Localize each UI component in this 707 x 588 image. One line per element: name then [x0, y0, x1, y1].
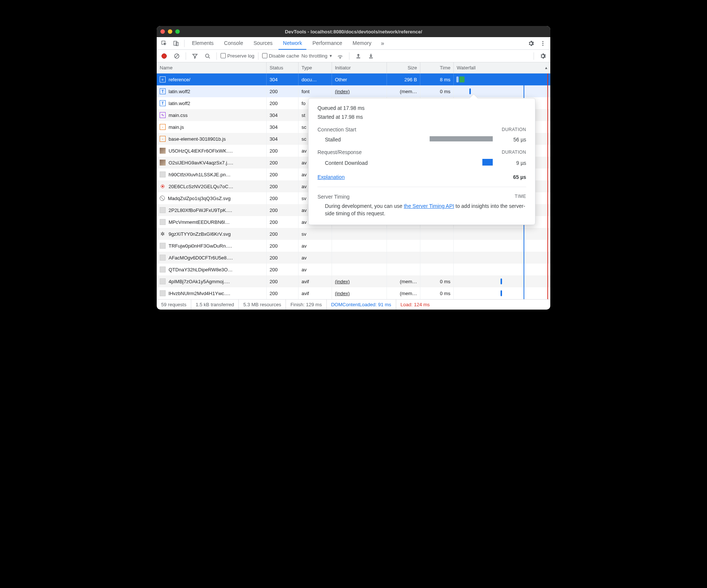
request-row[interactable]: Tlatin.woff2200font(index)(mem…0 ms — [157, 85, 550, 97]
request-size: 296 B — [387, 74, 420, 85]
image-icon — [160, 219, 166, 225]
request-type: av — [299, 240, 332, 252]
script-icon: ◦ — [160, 124, 166, 130]
table-header: Name Status Type Initiator Size Time Wat… — [157, 62, 550, 74]
explanation-row: Explanation 65 µs — [317, 174, 526, 187]
disable-cache-label: Disable cache — [269, 53, 299, 59]
timing-popup: Queued at 17.98 ms Started at 17.98 ms C… — [308, 98, 535, 225]
dom-content-loaded-time: DOMContentLoaded: 91 ms — [327, 300, 396, 310]
request-status: 200 — [267, 145, 299, 157]
request-status: 200 — [267, 264, 299, 275]
record-icon[interactable] — [159, 51, 169, 61]
tab-elements[interactable]: Elements — [188, 37, 218, 50]
connection-start-section: Connection Start DURATION — [317, 127, 526, 133]
request-name: 9gzXiTYY0nZzBxGI6KrV.svg — [169, 231, 231, 237]
image-icon — [160, 243, 166, 249]
titlebar: DevTools - localhost:8080/docs/devtools/… — [157, 26, 550, 37]
request-initiator — [332, 228, 387, 240]
throttling-label: No throttling — [302, 53, 328, 59]
request-initiator — [332, 264, 387, 275]
request-name: TRFujw0pi0nHF3GwDuRn…. — [169, 243, 232, 249]
network-settings-icon[interactable] — [538, 51, 548, 61]
content-download-bar — [482, 159, 493, 167]
total-duration: 65 µs — [513, 174, 526, 180]
tab-performance[interactable]: Performance — [308, 37, 346, 50]
requests-table-body: ≡reference/304docu…Other296 B8 msTlatin.… — [157, 74, 550, 299]
kebab-menu-icon[interactable] — [538, 38, 548, 49]
request-size — [387, 264, 420, 275]
download-har-icon[interactable] — [366, 51, 376, 61]
request-waterfall — [454, 252, 550, 264]
request-waterfall — [454, 228, 550, 240]
sort-asc-icon: ▲ — [544, 66, 548, 70]
request-time: 8 ms — [420, 74, 454, 85]
stylesheet-icon: ✎ — [160, 112, 166, 118]
divider — [258, 52, 258, 60]
request-row[interactable]: ✲9gzXiTYY0nZzBxGI6KrV.svg200sv — [157, 228, 550, 240]
request-response-section: Request/Response DURATION — [317, 149, 526, 155]
tab-network[interactable]: Network — [278, 37, 306, 50]
request-row[interactable]: QTDnaY32hLDipeRW8e3O…200av — [157, 264, 550, 275]
column-waterfall[interactable]: Waterfall▲ — [454, 62, 550, 73]
svg-rect-9 — [356, 58, 360, 58]
close-icon[interactable] — [160, 29, 165, 34]
request-status: 304 — [267, 121, 299, 133]
server-timing-api-link[interactable]: the Server Timing API — [404, 203, 454, 209]
request-name: reference/ — [169, 77, 190, 82]
request-status: 200 — [267, 192, 299, 204]
server-timing-header: Server Timing TIME — [317, 194, 526, 200]
throttling-select[interactable]: No throttling ▼ — [302, 53, 333, 59]
device-toggle-icon[interactable] — [171, 38, 181, 49]
request-initiator[interactable]: (index) — [332, 287, 387, 299]
column-type[interactable]: Type — [299, 62, 332, 73]
tab-sources[interactable]: Sources — [249, 37, 277, 50]
more-tabs-icon[interactable]: » — [377, 38, 388, 49]
request-name: O2sIJEHG9avKV4aqzSx7.j…. — [169, 160, 233, 166]
column-name[interactable]: Name — [157, 62, 267, 73]
column-size[interactable]: Size — [387, 62, 420, 73]
font-icon: T — [160, 88, 166, 94]
devtools-window: DevTools - localhost:8080/docs/devtools/… — [157, 26, 550, 310]
inspect-icon[interactable] — [159, 38, 169, 49]
resources-size: 5.3 MB resources — [239, 300, 286, 310]
column-initiator[interactable]: Initiator — [332, 62, 387, 73]
finish-time: Finish: 129 ms — [286, 300, 327, 310]
queued-line: Queued at 17.98 ms — [317, 105, 526, 111]
request-size — [387, 228, 420, 240]
upload-har-icon[interactable] — [353, 51, 364, 61]
stalled-bar — [430, 136, 493, 143]
request-name: AFacMOgv6D0CFTr6U5e8…. — [169, 255, 233, 261]
maximize-icon[interactable] — [175, 29, 180, 34]
disable-cache-checkbox[interactable]: Disable cache — [262, 53, 299, 59]
minimize-icon[interactable] — [168, 29, 172, 34]
request-name: U5OHzQL4tEKFr6OFlxWK…. — [169, 148, 233, 154]
preserve-log-checkbox[interactable]: Preserve log — [221, 53, 254, 59]
search-icon[interactable] — [202, 51, 213, 61]
filter-icon[interactable] — [190, 51, 200, 61]
request-status: 200 — [267, 275, 299, 287]
request-status: 200 — [267, 169, 299, 180]
preserve-log-label: Preserve log — [227, 53, 254, 59]
explanation-link[interactable]: Explanation — [317, 174, 345, 180]
request-type: avif — [299, 287, 332, 299]
tab-console[interactable]: Console — [219, 37, 247, 50]
tab-memory[interactable]: Memory — [348, 37, 376, 50]
column-time[interactable]: Time — [420, 62, 454, 73]
started-line: Started at 17.98 ms — [317, 114, 526, 120]
clear-icon[interactable] — [172, 51, 182, 61]
request-row[interactable]: TRFujw0pi0nHF3GwDuRn….200av — [157, 240, 550, 252]
column-status[interactable]: Status — [267, 62, 299, 73]
request-time — [420, 228, 454, 240]
status-bar: 59 requests 1.5 kB transferred 5.3 MB re… — [157, 299, 550, 310]
network-conditions-icon[interactable] — [335, 51, 345, 61]
request-row[interactable]: ≡reference/304docu…Other296 B8 ms — [157, 74, 550, 85]
request-initiator[interactable]: (index) — [332, 85, 387, 97]
request-row[interactable]: 4pIMBj7zOAk1y5Agmmoj….200avif(index)(mem… — [157, 275, 550, 287]
request-row[interactable]: AFacMOgv6D0CFTr6U5e8….200av — [157, 252, 550, 264]
request-status: 200 — [267, 216, 299, 228]
image-icon — [160, 148, 166, 154]
settings-icon[interactable] — [526, 38, 536, 49]
request-row[interactable]: lHvzbNUlrm2Mvd4H1Ywc….200avif(index)(mem… — [157, 287, 550, 299]
request-size: (mem… — [387, 275, 420, 287]
request-initiator[interactable]: (index) — [332, 275, 387, 287]
